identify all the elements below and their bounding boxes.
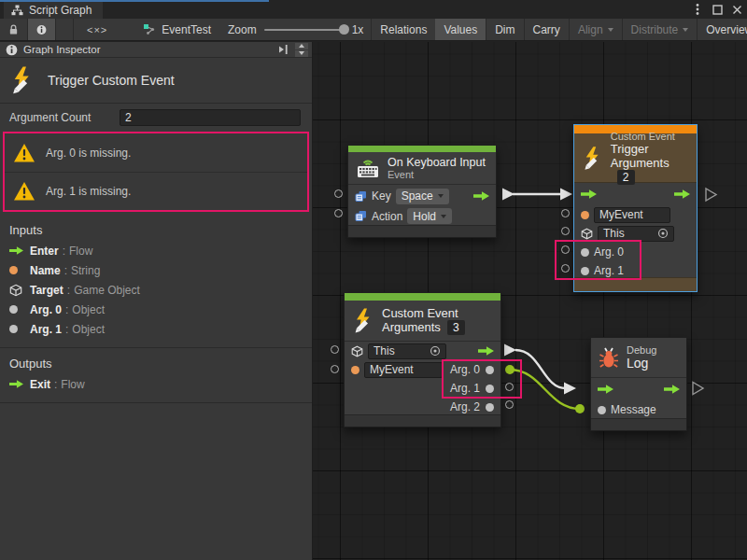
graph-name: EventTest (162, 23, 211, 36)
node-color-strip (348, 146, 496, 152)
script-graph-icon (11, 5, 23, 16)
title-bar: Script Graph (0, 0, 747, 19)
zoom-slider[interactable] (264, 29, 345, 31)
cube-icon[interactable] (581, 228, 593, 240)
unconnected-port[interactable] (331, 365, 339, 373)
tab-script-graph[interactable]: Script Graph (4, 2, 103, 19)
flow-arrow-icon (9, 246, 23, 255)
unconnected-port[interactable] (561, 227, 570, 235)
dock-panel-button[interactable] (278, 44, 289, 55)
node-custom-event-arguments[interactable]: Custom Event Arguments3 This MyEvent Arg… (344, 292, 501, 427)
string-port[interactable] (581, 211, 589, 219)
target-field[interactable]: This (598, 226, 674, 242)
scroll-up-button[interactable] (295, 43, 308, 49)
port-label-action: Action (372, 210, 402, 223)
graph-breadcrumb[interactable]: EventTest (134, 19, 220, 40)
graph-canvas[interactable]: On Keyboard Input Event Key Space (313, 42, 747, 560)
flow-output-port[interactable] (674, 189, 690, 199)
action-dropdown[interactable]: Hold (407, 208, 452, 224)
input-row-enter: Enter:Flow (0, 241, 312, 260)
object-output-port[interactable] (486, 403, 494, 412)
node-footer (348, 225, 496, 237)
graph-node-icon (143, 23, 156, 35)
unconnected-port[interactable] (561, 264, 570, 273)
input-row-arg1: Arg. 1:Object (0, 319, 312, 339)
dock-icon (278, 44, 289, 55)
node-debug-log[interactable]: Debug Log Message (590, 337, 687, 431)
event-name-field[interactable]: MyEvent (594, 207, 670, 223)
input-row-arg0: Arg. 0:Object (0, 300, 312, 319)
zoom-label: Zoom (228, 23, 257, 36)
unconnected-port[interactable] (331, 345, 339, 354)
unconnected-port[interactable] (505, 400, 514, 409)
unconnected-port[interactable] (505, 383, 514, 391)
warning-arg1-missing: Arg. 1 is missing. (5, 172, 307, 210)
keyboard-icon (356, 158, 380, 178)
close-icon[interactable] (730, 3, 743, 16)
flow-input-port[interactable] (581, 189, 597, 199)
toolbar-button-align[interactable]: Align (570, 19, 623, 40)
flow-output-port[interactable] (473, 191, 489, 201)
node-footer (591, 418, 686, 430)
zoom-value: 1x (352, 23, 364, 36)
object-port[interactable] (598, 406, 606, 414)
warning-icon (13, 143, 35, 163)
object-output-port[interactable] (486, 366, 494, 374)
wire-arg0-to-message[interactable] (505, 365, 585, 413)
window-menu-icon[interactable] (691, 3, 704, 16)
section-divider (0, 402, 312, 403)
unconnected-port[interactable] (334, 209, 343, 217)
wire-arguments-to-debug[interactable] (504, 344, 576, 395)
flow-output-port[interactable] (664, 385, 680, 394)
chevron-down-icon (441, 215, 446, 218)
chevron-down-icon (608, 28, 613, 32)
custom-event-icon (9, 66, 35, 94)
toolbar-button-overview[interactable]: Overview (698, 19, 747, 40)
port-row-message: Message (591, 400, 686, 419)
unconnected-port[interactable] (561, 209, 570, 217)
lock-button[interactable] (0, 19, 28, 40)
object-picker-icon[interactable] (430, 345, 441, 357)
custom-event-icon (352, 308, 374, 333)
code-preview-button[interactable]: <×> (73, 19, 120, 40)
port-row-action: Action Hold (348, 206, 496, 226)
unconnected-port[interactable] (334, 189, 343, 198)
flow-arrow-icon (9, 380, 23, 388)
toolbar-button-carry[interactable]: Carry (525, 19, 570, 40)
wire-keyboard-to-trigger[interactable] (502, 189, 572, 201)
target-field[interactable]: This (368, 343, 446, 359)
node-subtitle-arguments: Arguments3 (382, 320, 465, 335)
object-output-port[interactable] (486, 385, 494, 393)
scroll-down-button[interactable] (295, 50, 308, 57)
toolbar-button-relations[interactable]: Relations (371, 19, 435, 40)
inspector-toggle-button[interactable] (28, 19, 56, 40)
argument-count-field[interactable] (120, 109, 301, 126)
flow-output-port[interactable] (478, 346, 494, 356)
string-port[interactable] (351, 366, 359, 374)
object-picker-icon[interactable] (657, 228, 669, 239)
flow-continuation-triangle (706, 189, 716, 201)
event-name-field[interactable]: MyEvent (364, 362, 443, 378)
zoom-slider-handle[interactable] (339, 24, 349, 35)
toolbar-button-distribute[interactable]: Distribute (623, 19, 698, 40)
graph-toolbar: <×> EventTest Zoom 1x Relations Values D… (0, 19, 747, 41)
cube-icon[interactable] (351, 345, 363, 357)
argument-count-label: Argument Count (9, 111, 91, 124)
unconnected-port[interactable] (561, 245, 570, 254)
flow-input-port[interactable] (598, 385, 613, 394)
inspector-value-icon (355, 190, 367, 203)
port-label-arg0: Arg. 0 (450, 363, 480, 376)
node-trigger-custom-event[interactable]: Custom Event Trigger Arguments2 MyEvent (573, 124, 698, 292)
object-port[interactable] (581, 267, 589, 275)
key-dropdown[interactable]: Space (396, 189, 449, 204)
toolbar-button-dim[interactable]: Dim (486, 19, 524, 40)
maximize-icon[interactable] (711, 3, 724, 16)
chevron-down-icon (438, 194, 444, 198)
string-port-icon (9, 266, 18, 274)
port-row-target: This (345, 342, 500, 360)
toolbar-button-values[interactable]: Values (435, 19, 486, 40)
node-on-keyboard-input[interactable]: On Keyboard Input Event Key Space (347, 145, 497, 238)
port-label-key: Key (372, 189, 391, 203)
triangle-down-icon (299, 51, 304, 55)
object-port[interactable] (581, 248, 589, 257)
